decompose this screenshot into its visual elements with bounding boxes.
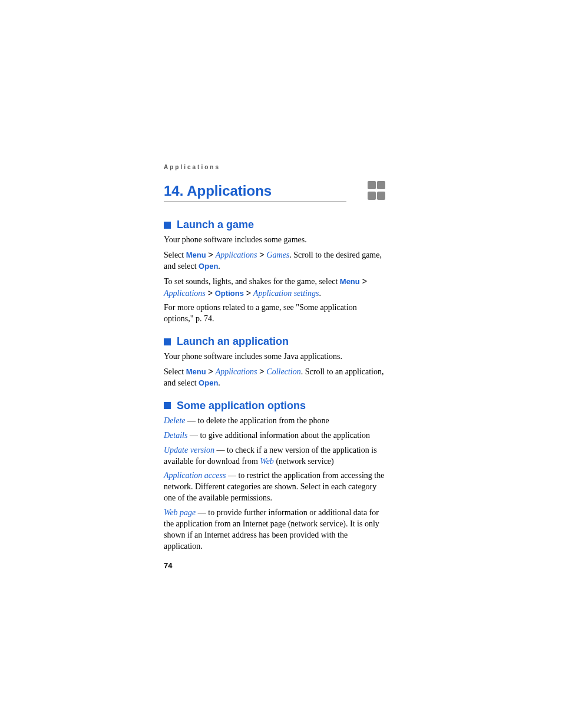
- section-heading-launch-app: Launch an application: [164, 335, 388, 348]
- web-link: Web: [260, 457, 274, 466]
- body-text: For more options related to a game, see …: [164, 302, 388, 325]
- bullet-icon: [164, 222, 171, 229]
- text: To set sounds, lights, and shakes for th…: [164, 277, 340, 286]
- applications-icon: [368, 181, 388, 201]
- applications-link[interactable]: Applications: [216, 367, 257, 376]
- text: — to give additional information about t…: [187, 431, 369, 440]
- running-head: Applications: [164, 164, 388, 170]
- details-option: Details: [164, 431, 187, 440]
- open-link[interactable]: Open: [199, 378, 218, 387]
- text: Select: [164, 367, 186, 376]
- bullet-icon: [164, 402, 171, 409]
- body-text: To set sounds, lights, and shakes for th…: [164, 276, 388, 299]
- body-text: Your phone software includes some games.: [164, 235, 388, 246]
- section-title: Some application options: [177, 400, 306, 412]
- application-settings-link[interactable]: Application settings: [253, 289, 319, 298]
- text: — to delete the application from the pho…: [186, 416, 329, 425]
- page-number: 74: [164, 561, 172, 570]
- text: — to provide further information or addi…: [164, 508, 379, 551]
- delete-option: Delete: [164, 416, 186, 425]
- body-text: Delete — to delete the application from …: [164, 416, 388, 427]
- menu-link[interactable]: Menu: [340, 277, 360, 286]
- body-text: Update version — to check if a new versi…: [164, 445, 388, 467]
- body-text: Select Menu > Applications > Collection.…: [164, 366, 388, 389]
- page-content: Applications 14. Applications Launch a g…: [0, 0, 388, 552]
- chapter-row: 14. Applications: [164, 181, 388, 202]
- body-text: Select Menu > Applications > Games. Scro…: [164, 249, 388, 272]
- chapter-title: 14. Applications: [164, 183, 346, 202]
- games-link[interactable]: Games: [266, 251, 289, 259]
- text: Select: [164, 251, 186, 259]
- bullet-icon: [164, 338, 171, 345]
- section-title: Launch an application: [177, 335, 289, 348]
- body-text: Details — to give additional information…: [164, 430, 388, 442]
- body-text: Your phone software includes some Java a…: [164, 351, 388, 363]
- applications-link[interactable]: Applications: [164, 289, 206, 298]
- body-text: Application access — to restrict the app…: [164, 470, 388, 504]
- section-title: Launch a game: [177, 219, 254, 231]
- menu-link[interactable]: Menu: [186, 251, 206, 259]
- update-version-option: Update version: [164, 446, 214, 454]
- web-page-option: Web page: [164, 508, 196, 517]
- open-link[interactable]: Open: [199, 262, 218, 271]
- application-access-option: Application access: [164, 471, 226, 480]
- applications-link[interactable]: Applications: [216, 251, 257, 259]
- options-link[interactable]: Options: [215, 289, 244, 298]
- section-heading-launch-game: Launch a game: [164, 219, 388, 231]
- menu-link[interactable]: Menu: [186, 367, 206, 376]
- collection-link[interactable]: Collection: [266, 367, 300, 376]
- text: (network service): [274, 457, 334, 466]
- body-text: Web page — to provide further informatio…: [164, 508, 388, 552]
- section-heading-some-options: Some application options: [164, 400, 388, 412]
